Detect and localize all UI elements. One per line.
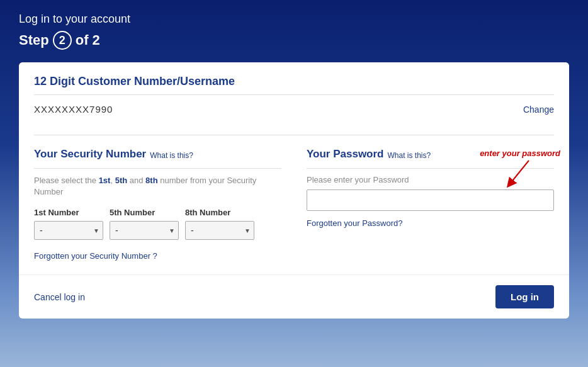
step-suffix: of 2: [76, 32, 100, 48]
select-8th-number[interactable]: - 0123 4567 89: [185, 221, 254, 240]
select-1st-number[interactable]: - 0123 4567 89: [34, 221, 103, 240]
security-section-header: Your Security Number What is this?: [34, 148, 281, 169]
security-title: Your Security Number: [34, 148, 146, 161]
password-input[interactable]: [307, 189, 554, 211]
card-footer: Cancel log in Log in: [19, 274, 569, 319]
page-title: Log in to your account: [19, 13, 569, 26]
cancel-link[interactable]: Cancel log in: [34, 292, 85, 302]
login-button[interactable]: Log in: [495, 285, 554, 308]
enter-password-annotation: enter your password: [480, 149, 560, 158]
step-prefix: Step: [19, 32, 49, 48]
password-what-is-this[interactable]: What is this?: [388, 151, 431, 160]
dropdowns-row: - 0123 4567 89 ▼ - 0123 4567 89 ▼: [34, 221, 281, 240]
forgot-password-link[interactable]: Forgotten your Password?: [307, 218, 402, 228]
label-8th: 8th Number: [185, 208, 254, 217]
security-what-is-this[interactable]: What is this?: [150, 151, 193, 160]
step-badge: 2: [53, 31, 72, 50]
customer-row: XXXXXXXX7990 Change: [34, 104, 554, 115]
select-5th-number[interactable]: - 0123 4567 89: [110, 221, 179, 240]
dropdown-5th: - 0123 4567 89 ▼: [110, 221, 179, 240]
security-instruction: Please select the 1st, 5th and 8th numbe…: [34, 175, 281, 198]
customer-number-card: 12 Digit Customer Number/Username XXXXXX…: [19, 62, 569, 127]
label-5th: 5th Number: [110, 208, 179, 217]
security-section: Your Security Number What is this? Pleas…: [34, 148, 281, 261]
password-section: Your Password What is this? enter your p…: [307, 148, 554, 261]
change-link[interactable]: Change: [523, 104, 554, 115]
security-password-card: Your Security Number What is this? Pleas…: [19, 135, 569, 274]
dropdown-1st: - 0123 4567 89 ▼: [34, 221, 103, 240]
label-1st: 1st Number: [34, 208, 103, 217]
forgot-security-link[interactable]: Forgotten your Security Number ?: [34, 251, 157, 261]
customer-card-heading: 12 Digit Customer Number/Username: [34, 75, 554, 95]
password-title: Your Password: [307, 148, 384, 161]
arrow-icon: [497, 157, 535, 189]
number-labels: 1st Number 5th Number 8th Number: [34, 208, 281, 217]
dropdown-8th: - 0123 4567 89 ▼: [185, 221, 254, 240]
customer-number-value: XXXXXXXX7990: [34, 104, 113, 115]
page-header: Log in to your account Step 2 of 2: [19, 13, 569, 50]
svg-line-0: [510, 161, 529, 184]
main-card: 12 Digit Customer Number/Username XXXXXX…: [19, 62, 569, 319]
step-line: Step 2 of 2: [19, 31, 569, 50]
